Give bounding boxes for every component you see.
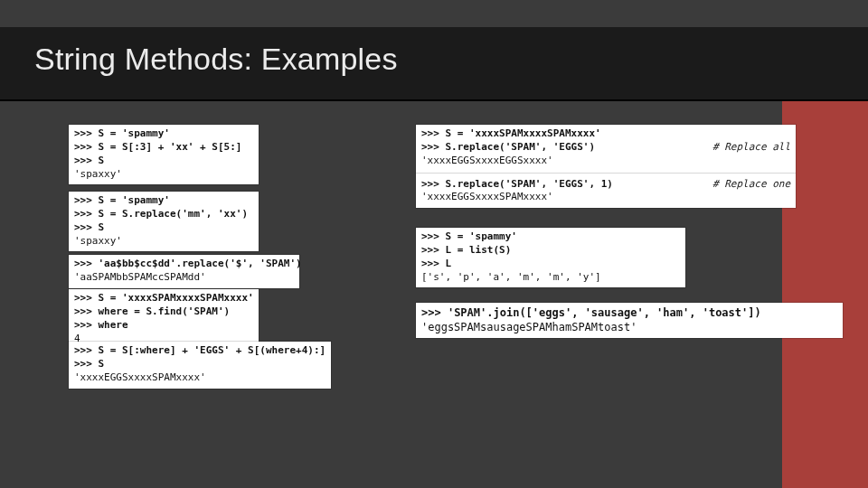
repl-prompt: >>>	[74, 319, 92, 331]
code-line: S = 'xxxxSPAMxxxxSPAMxxxx'	[446, 127, 601, 139]
code-line: S = S[:3] + 'xx' + S[5:]	[99, 141, 242, 153]
repl-prompt: >>>	[74, 221, 92, 233]
code-line: S = 'xxxxSPAMxxxxSPAMxxxx'	[99, 292, 254, 304]
code-line: S	[99, 358, 105, 370]
repl-prompt: >>>	[74, 292, 92, 304]
code-card-replace-all-one: >>> S = 'xxxxSPAMxxxxSPAMxxxx' >>> S.rep…	[416, 125, 796, 208]
code-line: S	[99, 221, 105, 233]
code-line: 'SPAM'.join(['eggs', 'sausage', 'ham', '…	[448, 306, 761, 319]
repl-prompt: >>>	[421, 244, 439, 256]
code-card-join: >>> 'SPAM'.join(['eggs', 'sausage', 'ham…	[416, 303, 843, 338]
code-line: where = S.find('SPAM')	[99, 305, 231, 317]
code-line: where	[99, 319, 128, 331]
divider	[416, 173, 796, 174]
code-line: S	[99, 155, 105, 166]
code-card-replace-dollar: >>> 'aa$bb$cc$dd'.replace('$', 'SPAM') '…	[69, 255, 299, 288]
output-line: 'aaSPAMbbSPAMccSPAMdd'	[74, 271, 294, 285]
code-card-find: >>> S = 'xxxxSPAMxxxxSPAMxxxx' >>> where…	[69, 289, 259, 349]
code-comment: # Replace one	[685, 178, 790, 205]
code-line: 'aa$bb$cc$dd'.replace('$', 'SPAM')	[99, 258, 302, 269]
repl-prompt: >>>	[74, 208, 92, 220]
code-line: L = list(S)	[446, 244, 512, 256]
page-title: String Methods: Examples	[34, 42, 398, 77]
code-comment: # Replace all	[685, 127, 790, 168]
output-line: 'xxxxEGGSxxxxSPAMxxxx'	[74, 371, 326, 385]
repl-prompt: >>>	[421, 141, 439, 153]
title-bar: String Methods: Examples	[0, 27, 868, 101]
repl-prompt: >>>	[421, 258, 439, 269]
code-line: L	[446, 258, 452, 269]
repl-prompt: >>>	[421, 306, 441, 319]
output-line: 'eggsSPAMsausageSPAMhamSPAMtoast'	[421, 320, 837, 334]
repl-prompt: >>>	[74, 194, 92, 206]
code-card-replace-basic: >>> S = 'spammy' >>> S = S.replace('mm',…	[69, 192, 259, 251]
output-line: ['s', 'p', 'a', 'm', 'm', 'y']	[421, 271, 680, 285]
code-line: S.replace('SPAM', 'EGGS', 1)	[446, 178, 613, 190]
code-line: S = S.replace('mm', 'xx')	[99, 208, 249, 220]
repl-prompt: >>>	[74, 141, 92, 153]
repl-prompt: >>>	[421, 178, 439, 190]
code-line: S = 'spammy'	[99, 127, 170, 139]
output-line: 'spaxxy'	[74, 235, 253, 249]
output-line: 'xxxxEGGSxxxxSPAMxxxx'	[421, 191, 685, 204]
code-card-list: >>> S = 'spammy' >>> L = list(S) >>> L […	[416, 228, 685, 287]
repl-prompt: >>>	[421, 127, 439, 139]
repl-prompt: >>>	[74, 344, 92, 356]
output-line: 'spaxxy'	[74, 168, 253, 182]
repl-prompt: >>>	[74, 127, 92, 139]
code-line: S.replace('SPAM', 'EGGS')	[446, 141, 596, 153]
repl-prompt: >>>	[74, 155, 92, 166]
repl-prompt: >>>	[74, 305, 92, 317]
code-line: S = 'spammy'	[446, 230, 517, 242]
code-line: S = 'spammy'	[99, 194, 170, 206]
repl-prompt: >>>	[74, 258, 92, 269]
repl-prompt: >>>	[421, 230, 439, 242]
code-card-slice-where: >>> S = S[:where] + 'EGGS' + S[(where+4)…	[69, 342, 331, 389]
code-card-slice-concat: >>> S = 'spammy' >>> S = S[:3] + 'xx' + …	[69, 125, 259, 184]
code-line: S = S[:where] + 'EGGS' + S[(where+4):]	[99, 344, 326, 356]
repl-prompt: >>>	[74, 358, 92, 370]
output-line: 'xxxxEGGSxxxxEGGSxxxx'	[421, 155, 685, 168]
